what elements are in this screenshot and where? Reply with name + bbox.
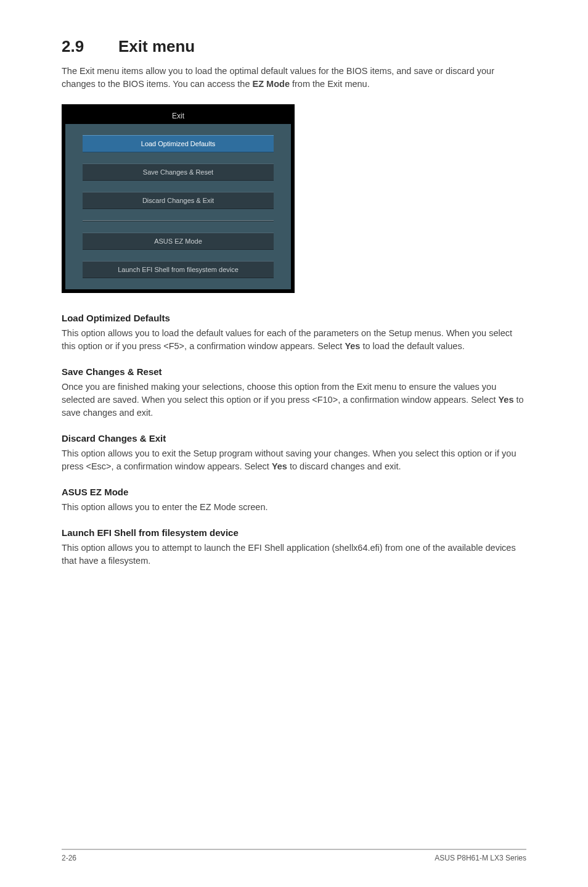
efi-shell-paragraph: This option allows you to attempt to lau…	[62, 542, 526, 567]
intro-bold: EZ Mode	[253, 79, 290, 89]
footer-rule	[62, 849, 526, 850]
yes-bold: Yes	[345, 341, 360, 351]
yes-bold: Yes	[272, 461, 287, 471]
discard-changes-exit-button[interactable]: Discard Changes & Exit	[83, 192, 274, 209]
discard-exit-heading: Discard Changes & Exit	[62, 433, 526, 444]
load-optimized-defaults-button[interactable]: Load Optimized Defaults	[83, 135, 274, 152]
save-reset-heading: Save Changes & Reset	[62, 366, 526, 377]
product-name: ASUS P8H61-M LX3 Series	[435, 854, 526, 862]
bios-exit-panel: Exit Load Optimized Defaults Save Change…	[62, 104, 295, 293]
section-title-text: Exit menu	[118, 37, 195, 56]
section-number: 2.9	[62, 37, 118, 56]
footer-wrap: 2-26 ASUS P8H61-M LX3 Series	[62, 849, 526, 862]
intro-post: from the Exit menu.	[290, 79, 370, 89]
ez-mode-heading: ASUS EZ Mode	[62, 487, 526, 497]
load-defaults-paragraph: This option allows you to load the defau…	[62, 327, 526, 353]
load-defaults-heading: Load Optimized Defaults	[62, 313, 526, 323]
footer: 2-26 ASUS P8H61-M LX3 Series	[62, 854, 526, 862]
ez-mode-paragraph: This option allows you to enter the EZ M…	[62, 501, 526, 514]
discard-exit-paragraph: This option allows you to exit the Setup…	[62, 447, 526, 473]
text-after: to discard changes and exit.	[287, 461, 401, 471]
save-reset-paragraph: Once you are finished making your select…	[62, 381, 526, 419]
intro-paragraph: The Exit menu items allow you to load th…	[62, 65, 526, 91]
asus-ez-mode-button[interactable]: ASUS EZ Mode	[83, 233, 274, 250]
bios-body: Load Optimized Defaults Save Changes & R…	[65, 124, 291, 278]
bios-divider	[83, 220, 274, 221]
text: Once you are finished making your select…	[62, 382, 498, 405]
save-changes-reset-button[interactable]: Save Changes & Reset	[83, 163, 274, 181]
efi-shell-heading: Launch EFI Shell from filesystem device	[62, 527, 526, 538]
yes-bold: Yes	[498, 395, 513, 405]
bios-inner: Exit Load Optimized Defaults Save Change…	[65, 108, 291, 289]
launch-efi-shell-button[interactable]: Launch EFI Shell from filesystem device	[83, 261, 274, 278]
page-number: 2-26	[62, 854, 76, 862]
text-after: to load the default values.	[360, 341, 464, 351]
section-title: 2.9Exit menu	[62, 37, 526, 56]
bios-title: Exit	[65, 108, 291, 124]
